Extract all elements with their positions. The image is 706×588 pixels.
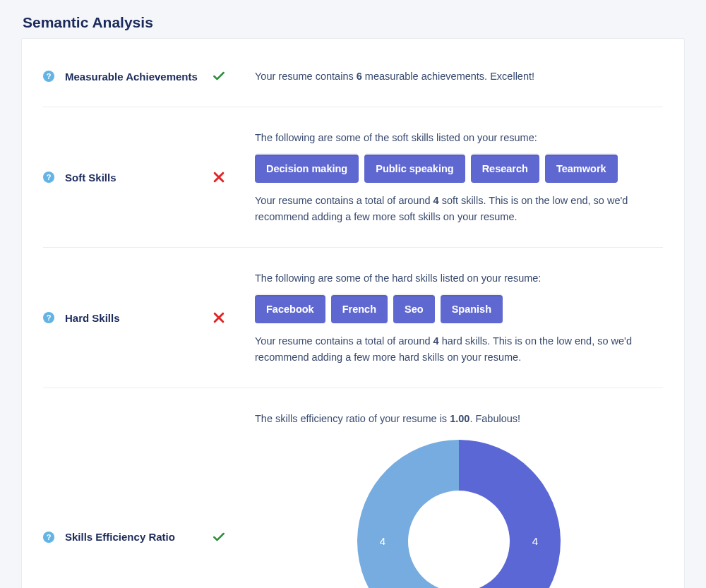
skill-chip: Public speaking	[364, 155, 465, 183]
donut-slice-label: 4	[380, 533, 385, 549]
ratio-body: The skills efficiency ratio of your resu…	[255, 411, 663, 588]
skill-chip: Facebook	[255, 295, 325, 323]
skill-chip: Spanish	[441, 295, 503, 323]
achievements-text-before: Your resume contains	[255, 71, 357, 82]
skill-chip: Research	[471, 155, 539, 183]
ratio-value: 1.00	[450, 413, 469, 424]
row-ratio: ? Skills Efficiency Ratio The skills eff…	[43, 388, 663, 588]
help-icon[interactable]: ?	[43, 71, 54, 82]
soft-skills-body: The following are some of the soft skill…	[255, 130, 663, 224]
row-hard-skills: ? Hard Skills The following are some of …	[43, 248, 663, 388]
section-title: Semantic Analysis	[21, 0, 685, 38]
check-icon	[211, 530, 227, 544]
hard-skills-intro: The following are some of the hard skill…	[255, 270, 663, 286]
row-achievements: ? Measurable Achievements Your resume co…	[43, 46, 663, 107]
row-label-achievements: Measurable Achievements	[65, 71, 211, 83]
ratio-summary-after: . Fabulous!	[469, 413, 520, 424]
skill-chip: French	[331, 295, 388, 323]
achievements-count: 6	[357, 71, 362, 82]
hard-skills-body: The following are some of the hard skill…	[255, 270, 663, 365]
help-icon[interactable]: ?	[43, 532, 54, 543]
help-icon[interactable]: ?	[43, 312, 54, 323]
skill-chip: Decision making	[255, 155, 359, 183]
hard-skills-count: 4	[433, 335, 439, 347]
soft-skills-chips: Decision makingPublic speakingResearchTe…	[255, 155, 663, 183]
donut-slice	[459, 440, 561, 588]
row-label-ratio: Skills Efficiency Ratio	[65, 531, 211, 543]
donut-chart	[353, 436, 565, 588]
achievements-body: Your resume contains 6 measurable achiev…	[255, 68, 663, 84]
cross-icon	[211, 311, 227, 325]
ratio-summary-before: The skills efficiency ratio of your resu…	[255, 413, 450, 424]
soft-skills-summary-before: Your resume contains a total of around	[255, 195, 433, 206]
soft-skills-intro: The following are some of the soft skill…	[255, 130, 663, 145]
help-icon[interactable]: ?	[43, 172, 54, 183]
cross-icon	[211, 170, 227, 184]
ratio-chart: 44 Hard Skills Soft Skills	[255, 436, 663, 588]
achievements-text-after: measurable achievements. Excellent!	[362, 71, 534, 82]
hard-skills-summary-before: Your resume contains a total of around	[255, 335, 433, 347]
row-soft-skills: ? Soft Skills The following are some of …	[43, 107, 663, 248]
donut-slice	[357, 440, 459, 588]
hard-skills-chips: FacebookFrenchSeoSpanish	[255, 295, 663, 323]
donut-slice-label: 4	[532, 533, 538, 549]
check-icon	[211, 69, 227, 83]
skill-chip: Seo	[393, 295, 435, 323]
analysis-card: ? Measurable Achievements Your resume co…	[21, 38, 685, 588]
soft-skills-count: 4	[433, 195, 439, 206]
row-label-hard-skills: Hard Skills	[65, 312, 211, 324]
row-label-soft-skills: Soft Skills	[65, 172, 211, 184]
skill-chip: Teamwork	[545, 155, 618, 183]
